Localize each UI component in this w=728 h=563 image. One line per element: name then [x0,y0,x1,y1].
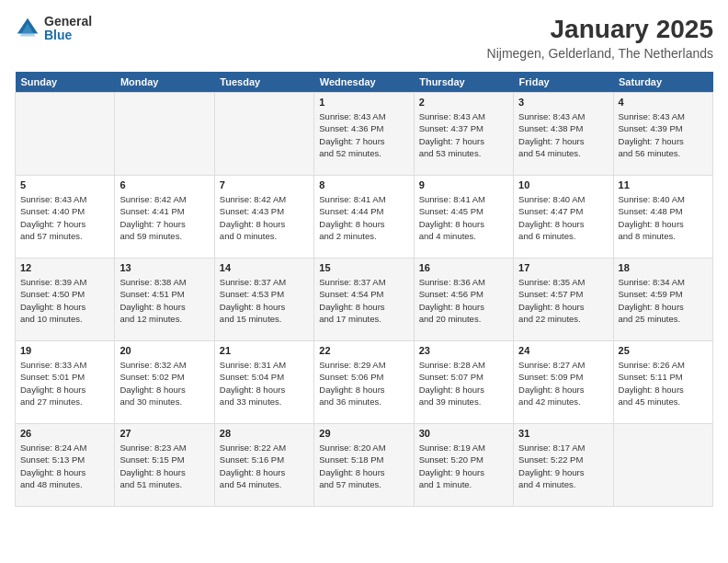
logo-text: General Blue [44,15,92,43]
day-number: 8 [319,179,408,190]
day-info: Sunrise: 8:35 AM Sunset: 4:57 PM Dayligh… [518,276,608,325]
calendar-cell: 29Sunrise: 8:20 AM Sunset: 5:18 PM Dayli… [314,424,414,507]
title-block: January 2025 Nijmegen, Gelderland, The N… [487,15,713,61]
calendar-cell: 2Sunrise: 8:43 AM Sunset: 4:37 PM Daylig… [414,93,513,176]
logo: General Blue [15,15,92,43]
day-info: Sunrise: 8:42 AM Sunset: 4:43 PM Dayligh… [220,193,309,242]
day-info: Sunrise: 8:40 AM Sunset: 4:47 PM Dayligh… [518,193,608,242]
day-info: Sunrise: 8:26 AM Sunset: 5:11 PM Dayligh… [619,359,708,408]
day-info: Sunrise: 8:23 AM Sunset: 5:15 PM Dayligh… [119,442,209,490]
calendar-body: 1Sunrise: 8:43 AM Sunset: 4:36 PM Daylig… [16,93,713,507]
header-sunday: Sunday [16,72,115,93]
day-info: Sunrise: 8:20 AM Sunset: 5:18 PM Dayligh… [319,442,408,490]
day-number: 26 [20,428,109,439]
day-number: 13 [119,262,209,273]
calendar-cell: 3Sunrise: 8:43 AM Sunset: 4:38 PM Daylig… [514,93,613,176]
calendar-cell: 12Sunrise: 8:39 AM Sunset: 4:50 PM Dayli… [16,259,115,341]
day-number: 2 [419,97,508,108]
day-info: Sunrise: 8:43 AM Sunset: 4:37 PM Dayligh… [419,110,508,159]
calendar-cell: 16Sunrise: 8:36 AM Sunset: 4:56 PM Dayli… [414,259,513,341]
weekday-header-row: Sunday Monday Tuesday Wednesday Thursday… [16,72,713,93]
day-number: 9 [419,179,508,190]
calendar-table: Sunday Monday Tuesday Wednesday Thursday… [15,72,713,507]
day-info: Sunrise: 8:42 AM Sunset: 4:41 PM Dayligh… [119,193,209,242]
calendar-cell: 27Sunrise: 8:23 AM Sunset: 5:15 PM Dayli… [115,424,214,507]
calendar-cell: 28Sunrise: 8:22 AM Sunset: 5:16 PM Dayli… [214,424,313,507]
day-number: 5 [20,179,109,190]
page-header: General Blue January 2025 Nijmegen, Geld… [15,15,713,61]
calendar-cell: 9Sunrise: 8:41 AM Sunset: 4:45 PM Daylig… [414,176,513,259]
calendar-cell: 23Sunrise: 8:28 AM Sunset: 5:07 PM Dayli… [414,341,513,424]
day-number: 12 [20,262,109,273]
day-info: Sunrise: 8:41 AM Sunset: 4:45 PM Dayligh… [419,193,508,242]
calendar-cell: 22Sunrise: 8:29 AM Sunset: 5:06 PM Dayli… [314,341,414,424]
day-info: Sunrise: 8:41 AM Sunset: 4:44 PM Dayligh… [319,193,408,242]
day-info: Sunrise: 8:37 AM Sunset: 4:53 PM Dayligh… [220,276,309,325]
calendar-title: January 2025 [487,15,713,44]
calendar-cell: 25Sunrise: 8:26 AM Sunset: 5:11 PM Dayli… [613,341,712,424]
calendar-cell: 4Sunrise: 8:43 AM Sunset: 4:39 PM Daylig… [613,93,712,176]
day-info: Sunrise: 8:33 AM Sunset: 5:01 PM Dayligh… [20,359,109,408]
calendar-header: Sunday Monday Tuesday Wednesday Thursday… [16,72,713,93]
day-number: 14 [220,262,309,273]
logo-icon [15,16,40,41]
calendar-cell [115,93,214,176]
logo-general-label: General [44,15,92,29]
day-number: 25 [619,345,708,356]
day-info: Sunrise: 8:32 AM Sunset: 5:02 PM Dayligh… [119,359,209,408]
day-number: 19 [20,345,109,356]
calendar-cell: 1Sunrise: 8:43 AM Sunset: 4:36 PM Daylig… [314,93,414,176]
calendar-week-row: 5Sunrise: 8:43 AM Sunset: 4:40 PM Daylig… [16,176,713,259]
header-tuesday: Tuesday [214,72,313,93]
day-info: Sunrise: 8:43 AM Sunset: 4:39 PM Dayligh… [619,110,708,159]
calendar-cell: 18Sunrise: 8:34 AM Sunset: 4:59 PM Dayli… [613,259,712,341]
calendar-cell: 7Sunrise: 8:42 AM Sunset: 4:43 PM Daylig… [214,176,313,259]
day-number: 11 [619,179,708,190]
header-monday: Monday [115,72,214,93]
header-wednesday: Wednesday [314,72,414,93]
calendar-cell: 20Sunrise: 8:32 AM Sunset: 5:02 PM Dayli… [115,341,214,424]
day-info: Sunrise: 8:34 AM Sunset: 4:59 PM Dayligh… [619,276,708,325]
day-number: 3 [518,97,608,108]
header-thursday: Thursday [414,72,513,93]
day-number: 15 [319,262,408,273]
header-saturday: Saturday [613,72,712,93]
calendar-week-row: 1Sunrise: 8:43 AM Sunset: 4:36 PM Daylig… [16,93,713,176]
calendar-cell: 17Sunrise: 8:35 AM Sunset: 4:57 PM Dayli… [514,259,613,341]
calendar-cell: 14Sunrise: 8:37 AM Sunset: 4:53 PM Dayli… [214,259,313,341]
header-friday: Friday [514,72,613,93]
calendar-cell: 15Sunrise: 8:37 AM Sunset: 4:54 PM Dayli… [314,259,414,341]
day-info: Sunrise: 8:40 AM Sunset: 4:48 PM Dayligh… [619,193,708,242]
day-number: 17 [518,262,608,273]
day-info: Sunrise: 8:17 AM Sunset: 5:22 PM Dayligh… [518,442,608,490]
day-info: Sunrise: 8:28 AM Sunset: 5:07 PM Dayligh… [419,359,508,408]
calendar-cell: 30Sunrise: 8:19 AM Sunset: 5:20 PM Dayli… [414,424,513,507]
day-number: 10 [518,179,608,190]
day-number: 20 [119,345,209,356]
day-number: 18 [619,262,708,273]
day-info: Sunrise: 8:19 AM Sunset: 5:20 PM Dayligh… [419,442,508,490]
day-number: 1 [319,97,408,108]
calendar-cell: 10Sunrise: 8:40 AM Sunset: 4:47 PM Dayli… [514,176,613,259]
calendar-cell: 6Sunrise: 8:42 AM Sunset: 4:41 PM Daylig… [115,176,214,259]
day-number: 29 [319,428,408,439]
calendar-cell: 8Sunrise: 8:41 AM Sunset: 4:44 PM Daylig… [314,176,414,259]
logo-blue-label: Blue [44,29,92,42]
day-info: Sunrise: 8:43 AM Sunset: 4:38 PM Dayligh… [518,110,608,159]
calendar-week-row: 26Sunrise: 8:24 AM Sunset: 5:13 PM Dayli… [16,424,713,507]
day-number: 7 [220,179,309,190]
day-number: 23 [419,345,508,356]
calendar-cell: 5Sunrise: 8:43 AM Sunset: 4:40 PM Daylig… [16,176,115,259]
calendar-week-row: 19Sunrise: 8:33 AM Sunset: 5:01 PM Dayli… [16,341,713,424]
calendar-subtitle: Nijmegen, Gelderland, The Netherlands [487,46,713,61]
day-info: Sunrise: 8:36 AM Sunset: 4:56 PM Dayligh… [419,276,508,325]
day-number: 24 [518,345,608,356]
calendar-cell: 13Sunrise: 8:38 AM Sunset: 4:51 PM Dayli… [115,259,214,341]
day-number: 27 [119,428,209,439]
calendar-cell [214,93,313,176]
calendar-cell: 24Sunrise: 8:27 AM Sunset: 5:09 PM Dayli… [514,341,613,424]
day-number: 16 [419,262,508,273]
day-number: 6 [119,179,209,190]
day-info: Sunrise: 8:31 AM Sunset: 5:04 PM Dayligh… [220,359,309,408]
day-number: 31 [518,428,608,439]
